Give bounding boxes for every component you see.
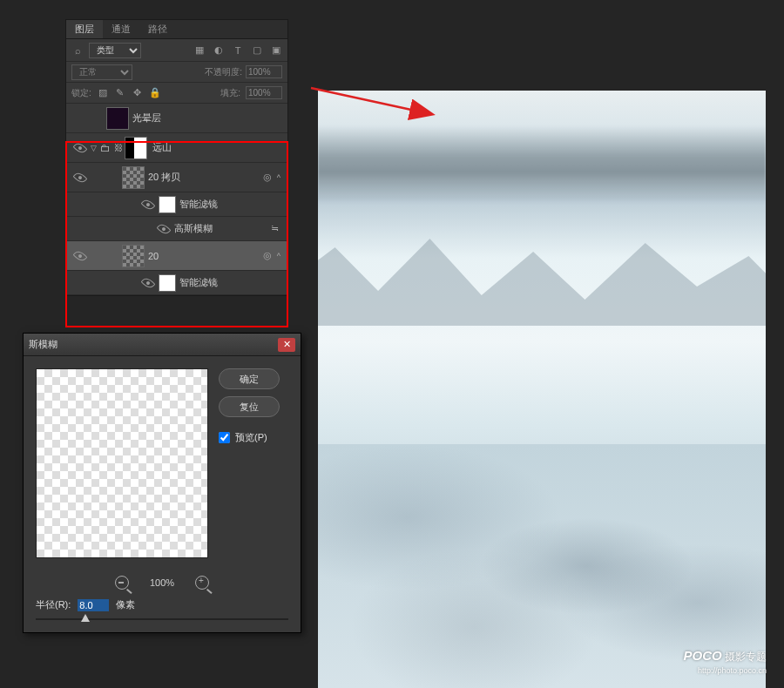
preview-checkbox[interactable]: [219, 432, 230, 443]
zoom-value: 100%: [150, 577, 174, 588]
layer-label: 远山: [152, 141, 284, 154]
filter-text-icon[interactable]: T: [232, 44, 244, 57]
lock-row: 锁定: ▨ ✎ ✥ 🔒 填充: 100%: [66, 83, 287, 104]
opacity-label: 不透明度:: [205, 66, 242, 78]
layer-smart-filters-1[interactable]: 智能滤镜: [66, 192, 287, 217]
radius-slider[interactable]: [36, 618, 288, 620]
preview-checkbox-row[interactable]: 预览(P): [219, 431, 280, 444]
watermark-topic: 摄影专题: [725, 651, 767, 663]
far-mountains: [318, 125, 766, 204]
filter-adjust-icon[interactable]: ◐: [213, 44, 225, 57]
watermark-url: http://photo.poco.cn: [698, 666, 767, 675]
visibility-eye-icon[interactable]: [141, 197, 156, 212]
chevron-up-icon[interactable]: ^: [277, 252, 280, 260]
filter-mask-thumb: [159, 274, 176, 292]
watermark: POCO 摄影专题 http://photo.poco.cn: [683, 647, 767, 678]
layers-panel: 图层 通道 路径 ⌕ 类型 ▦ ◐ T ▢ ▣ 正常 不透明度: 100% 锁定…: [65, 19, 288, 296]
layer-20-copy[interactable]: 20 拷贝 ◎ ^: [66, 163, 287, 192]
radius-label: 半径(R):: [36, 598, 71, 611]
layer-label: 智能滤镜: [179, 198, 284, 211]
opacity-value[interactable]: 100%: [246, 65, 282, 78]
zoom-controls: 100%: [24, 570, 301, 595]
canvas[interactable]: [318, 91, 766, 688]
lock-label: 锁定:: [71, 87, 91, 99]
gaussian-blur-dialog: 斯模糊 ✕ 确定 复位 预览(P) 100% 半径(R): 像素: [23, 333, 301, 633]
filter-shape-icon[interactable]: ▢: [251, 44, 263, 57]
filter-options-icon[interactable]: ≒: [271, 223, 279, 234]
lock-position-icon[interactable]: ✥: [132, 87, 144, 99]
layers-list: 光晕层 ▽ 🗀 ⛓ 远山 20 拷贝 ◎ ^ 智能滤镜: [66, 104, 287, 295]
chevron-up-icon[interactable]: ^: [277, 173, 280, 182]
radius-unit: 像素: [116, 598, 135, 611]
layer-20[interactable]: 20 ◎ ^: [66, 241, 287, 271]
dialog-title-text: 斯模糊: [29, 338, 57, 351]
search-icon: ⌕: [71, 44, 84, 57]
filter-kind-select[interactable]: 类型: [89, 43, 141, 58]
visibility-eye-icon[interactable]: [73, 248, 88, 263]
visibility-eye-icon[interactable]: [141, 275, 156, 290]
folder-icon: 🗀: [100, 142, 111, 154]
link-icon: ⛓: [114, 143, 123, 152]
zoom-out-icon[interactable]: [115, 576, 129, 590]
lock-pixels-icon[interactable]: ▨: [97, 87, 109, 99]
tab-channels[interactable]: 通道: [103, 20, 139, 38]
radius-input[interactable]: [78, 599, 109, 611]
smart-object-icon: ◎: [263, 250, 272, 261]
blend-row: 正常 不透明度: 100%: [66, 62, 287, 83]
close-button[interactable]: ✕: [278, 338, 295, 352]
tab-paths[interactable]: 路径: [139, 20, 176, 38]
layer-glow[interactable]: 光晕层: [66, 104, 287, 133]
smart-object-icon: ◎: [263, 172, 272, 183]
mid-mountains: [318, 212, 766, 326]
fill-value[interactable]: 100%: [246, 86, 282, 99]
layer-group-far-mountains[interactable]: ▽ 🗀 ⛓ 远山: [66, 133, 287, 163]
lock-all-icon[interactable]: 🔒: [149, 87, 161, 99]
layer-label: 20: [148, 251, 263, 261]
slider-handle[interactable]: [81, 614, 90, 622]
watermark-brand: POCO: [683, 648, 721, 663]
ok-button[interactable]: 确定: [219, 368, 280, 389]
layer-thumb: [106, 107, 129, 130]
visibility-eye-icon[interactable]: [73, 170, 88, 185]
chevron-down-icon[interactable]: ▽: [91, 144, 97, 152]
layer-thumb: [122, 166, 145, 189]
visibility-eye-icon[interactable]: [157, 221, 172, 236]
layer-label: 智能滤镜: [179, 276, 284, 289]
reset-button[interactable]: 复位: [219, 396, 280, 417]
blend-mode-select[interactable]: 正常: [71, 64, 132, 80]
panel-tabs: 图层 通道 路径: [66, 20, 287, 39]
tab-layers[interactable]: 图层: [66, 20, 103, 38]
layer-gaussian-blur[interactable]: 高斯模糊 ≒: [66, 217, 287, 241]
zoom-in-icon[interactable]: [195, 576, 209, 590]
layer-smart-filters-2[interactable]: 智能滤镜: [66, 271, 287, 295]
visibility-eye-icon[interactable]: [73, 140, 88, 155]
radius-row: 半径(R): 像素: [24, 595, 301, 613]
layer-thumb: [122, 245, 145, 267]
dialog-titlebar[interactable]: 斯模糊 ✕: [24, 334, 301, 356]
lock-brush-icon[interactable]: ✎: [114, 87, 126, 99]
layer-filter-row: ⌕ 类型 ▦ ◐ T ▢ ▣: [66, 39, 287, 62]
fill-label: 填充:: [220, 87, 240, 99]
preview-label: 预览(P): [235, 431, 267, 444]
filter-image-icon[interactable]: ▦: [193, 44, 206, 57]
mask-thumb[interactable]: [125, 137, 147, 159]
blur-preview[interactable]: [36, 368, 208, 558]
layer-label: 光晕层: [132, 111, 284, 125]
filter-smart-icon[interactable]: ▣: [270, 44, 282, 57]
layer-label: 20 拷贝: [148, 171, 263, 184]
layer-label: 高斯模糊: [174, 222, 271, 235]
filter-mask-thumb: [159, 196, 176, 213]
